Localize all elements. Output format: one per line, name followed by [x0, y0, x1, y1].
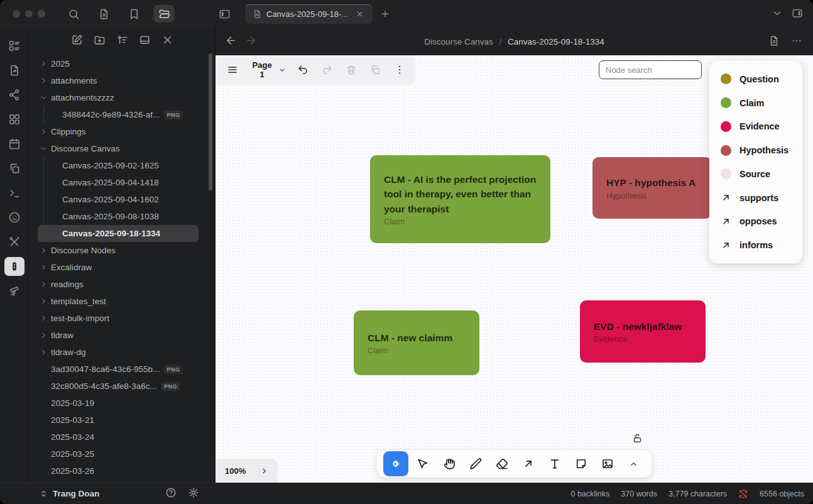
file-explorer-button[interactable]	[153, 5, 175, 23]
tree-item[interactable]: Canvas-2025-09-02-1625	[29, 157, 215, 174]
draw-tool[interactable]	[464, 451, 488, 476]
more-tools[interactable]	[622, 451, 646, 476]
select-tool[interactable]	[411, 451, 435, 476]
duplicate-button[interactable]	[366, 60, 385, 80]
status-backlinks[interactable]: 0 backlinks	[570, 490, 609, 498]
legend-node-type[interactable]: Claim	[709, 94, 802, 112]
legend-relation[interactable]: informs	[709, 236, 802, 255]
legend-node-type[interactable]: Evidence	[709, 117, 802, 136]
toolbar-more-button[interactable]	[390, 60, 409, 80]
discourse-node-tool[interactable]	[383, 451, 408, 476]
delete-button[interactable]	[342, 60, 361, 80]
tree-item[interactable]: attachmentszzzz	[29, 89, 215, 106]
canvas-node[interactable]: HYP - hypothesis AHypothesis	[592, 157, 712, 219]
note-view-button[interactable]	[93, 5, 114, 23]
new-note-button[interactable]	[71, 34, 83, 48]
node-search-input[interactable]	[599, 60, 702, 79]
more-options-button[interactable]	[791, 35, 802, 48]
tree-item[interactable]: Canvas-2025-09-04-1602	[29, 191, 215, 208]
ribbon-daily-note-button[interactable]	[4, 134, 25, 153]
tree-item[interactable]: 2025-03-25	[29, 446, 215, 463]
bookmarks-button[interactable]	[123, 5, 145, 23]
new-tab-button[interactable]	[376, 5, 394, 23]
tree-item[interactable]: Canvas-2025-09-04-1418	[29, 174, 215, 191]
breadcrumb-parent[interactable]: Discourse Canvas	[424, 37, 493, 47]
tree-item[interactable]: 2025-03-19	[29, 395, 215, 412]
tree-item[interactable]: 3ad30047-8ca6-43c6-955b...PNG	[29, 361, 215, 378]
legend-relation[interactable]: supports	[709, 189, 802, 207]
legend-node-type[interactable]: Hypothesis	[709, 141, 802, 160]
tab-close-button[interactable]	[352, 8, 366, 21]
ribbon-slides-button[interactable]	[4, 208, 25, 227]
view-mode-button[interactable]	[768, 35, 780, 48]
ribbon-graph-view-button[interactable]	[4, 85, 25, 104]
hand-tool[interactable]	[437, 451, 461, 476]
toggle-right-sidebar-button[interactable]	[792, 8, 803, 21]
close-window-button[interactable]	[13, 10, 20, 18]
tree-item[interactable]: 2025-03-26	[29, 463, 215, 479]
sync-off-icon[interactable]	[738, 489, 748, 499]
arrow-tool[interactable]	[516, 451, 540, 476]
canvas-node[interactable]: CLM - AI is the perfect projection tool …	[370, 155, 550, 243]
asset-tool[interactable]	[596, 451, 619, 476]
text-tool[interactable]	[543, 451, 567, 476]
help-button[interactable]	[165, 487, 177, 500]
canvas-viewport[interactable]: Page 1 QuestionClaimEvidenceHypothesisSo…	[216, 55, 813, 483]
undo-button[interactable]	[293, 60, 312, 80]
quick-search-button[interactable]	[63, 5, 84, 23]
toggle-left-sidebar-button[interactable]	[214, 5, 235, 23]
ribbon-tools-button[interactable]	[4, 233, 25, 251]
tree-item[interactable]: 2025-03-24	[29, 429, 215, 446]
zoom-widget[interactable]: 100%	[216, 459, 278, 483]
eraser-tool[interactable]	[490, 451, 514, 476]
ribbon-bot-button[interactable]	[4, 257, 25, 276]
ribbon-layout-list-button[interactable]	[4, 36, 25, 55]
canvas-node[interactable]: EVD - newkljafklawEvidence	[580, 300, 706, 363]
collapse-all-button[interactable]	[161, 34, 173, 48]
new-folder-button[interactable]	[94, 34, 106, 48]
settings-button[interactable]	[188, 487, 199, 500]
tree-item[interactable]: Canvas-2025-09-08-1038	[29, 208, 215, 225]
page-select-button[interactable]: Page 1	[247, 60, 288, 79]
tree-item[interactable]: tldraw	[29, 327, 215, 344]
layout-button[interactable]	[139, 34, 151, 48]
redo-button[interactable]	[318, 60, 337, 80]
tree-item[interactable]: Canvas-2025-09-18-1334	[38, 225, 199, 242]
tree-item[interactable]: readings	[29, 276, 215, 293]
tree-item[interactable]: 32c800d5-4c35-afe8-3a6c...PNG	[29, 378, 215, 395]
tab-list-button[interactable]	[772, 8, 783, 21]
legend-node-type[interactable]: Source	[709, 165, 802, 184]
tab-canvas[interactable]: Canvas-2025-09-18-...	[245, 4, 373, 24]
vault-switcher[interactable]: Trang Doan	[0, 487, 216, 500]
minimize-window-button[interactable]	[25, 10, 33, 18]
legend-relation[interactable]: opposes	[709, 212, 802, 231]
ribbon-telescope-button[interactable]	[4, 282, 25, 300]
ribbon-duplicate-button[interactable]	[4, 159, 25, 178]
tree-item[interactable]: Discourse Canvas	[29, 140, 215, 157]
sort-order-button[interactable]	[116, 34, 128, 48]
ribbon-terminal-button[interactable]	[4, 184, 25, 202]
nav-forward-button[interactable]	[245, 35, 257, 48]
tree-item[interactable]: 3488442c-9e89-4326-af...PNG	[29, 106, 215, 123]
tree-item[interactable]: 2025	[29, 55, 215, 72]
legend-node-type[interactable]: Question	[709, 70, 802, 89]
tree-item[interactable]: tldraw-dg	[29, 344, 215, 361]
canvas-node[interactable]: CLM - new claimmClaim	[354, 310, 479, 375]
traffic-lights[interactable]	[13, 10, 45, 18]
tree-item[interactable]: test-bulk-import	[29, 310, 215, 327]
nav-back-button[interactable]	[225, 35, 237, 48]
canvas-menu-button[interactable]	[223, 60, 242, 80]
ribbon-file-sync-button[interactable]	[4, 61, 25, 80]
note-tool[interactable]	[569, 451, 593, 476]
tree-item[interactable]: Clippings	[29, 123, 215, 140]
tree-item[interactable]: Excalidraw	[29, 259, 215, 276]
lock-open-icon[interactable]	[632, 433, 643, 444]
status-objects[interactable]: 6556 objects	[760, 490, 804, 498]
tree-item[interactable]: attachments	[29, 72, 215, 89]
tree-item[interactable]: templates_test	[29, 293, 215, 310]
scrollbar-thumb[interactable]	[209, 53, 212, 190]
zoom-window-button[interactable]	[38, 10, 45, 18]
tree-item[interactable]: Discourse Nodes	[29, 242, 215, 259]
ribbon-canvas-grid-button[interactable]	[4, 110, 25, 129]
tree-item[interactable]: 2025-03-21	[29, 412, 215, 429]
